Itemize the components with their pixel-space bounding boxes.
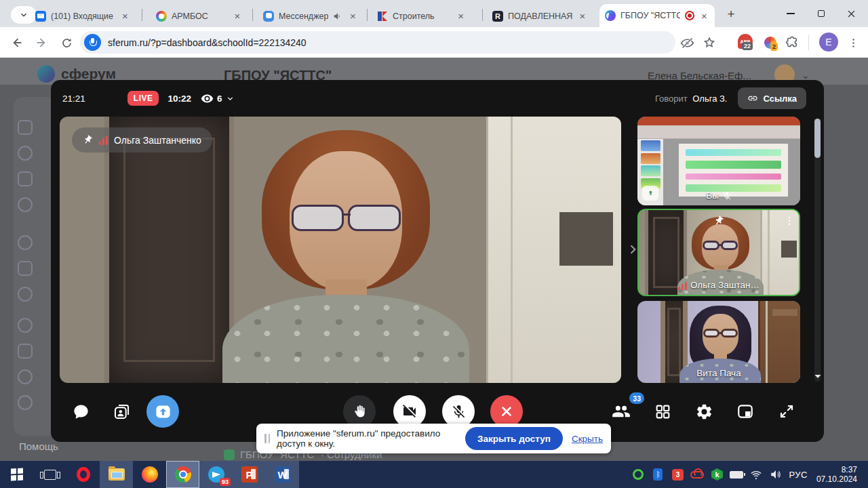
thumbnail-olga-pinned[interactable]: Ольга Заштан… <box>637 209 800 296</box>
drag-handle[interactable] <box>264 434 270 443</box>
sidebar-help-icon[interactable] <box>18 395 33 410</box>
profile-avatar[interactable]: E <box>819 33 838 52</box>
sidebar-video-icon[interactable] <box>18 197 33 212</box>
clock-date: 07.10.2024 <box>814 474 857 484</box>
main-video-tile[interactable]: Ольга Заштанченко <box>60 117 621 383</box>
close-window-button[interactable] <box>836 0 867 27</box>
bookmark-button[interactable] <box>701 35 717 51</box>
tab-close-icon[interactable]: × <box>578 10 587 22</box>
browser-menu-button[interactable] <box>845 35 861 51</box>
tab-sferum-active[interactable]: ГБПОУ "ЯСТТС × <box>599 4 715 27</box>
puzzle-icon <box>785 36 799 49</box>
mic-off-icon <box>722 191 732 201</box>
back-button[interactable] <box>8 35 24 51</box>
taskbar-firefox[interactable] <box>133 461 166 488</box>
viewers-dropdown[interactable]: 6 <box>201 92 235 105</box>
sidebar-person-icon[interactable] <box>18 235 33 250</box>
thumbnail-vita[interactable]: Вита Пача <box>637 301 800 383</box>
site-microphone-icon[interactable] <box>84 34 101 51</box>
tab-close-icon[interactable]: × <box>120 10 130 22</box>
audio-level-icon <box>99 136 108 145</box>
taskbar-chrome[interactable] <box>166 461 199 488</box>
contacts-button[interactable] <box>105 395 138 428</box>
forward-button[interactable] <box>34 35 50 51</box>
armbos-icon <box>156 11 167 22</box>
thumbnail-scrollbar[interactable] <box>814 119 821 158</box>
reload-button[interactable] <box>58 35 75 51</box>
chevron-down-icon <box>226 94 235 103</box>
bluetooth-tray-icon[interactable]: ᛒ <box>651 468 665 481</box>
sidebar-docs-icon[interactable] <box>18 171 33 186</box>
scroll-down-chevron[interactable] <box>812 371 824 381</box>
tab-inbox[interactable]: (101) Входящие - × <box>30 5 136 27</box>
grid-icon <box>654 403 671 420</box>
hide-link[interactable]: Скрыть <box>572 434 603 444</box>
sidebar-grid-icon[interactable] <box>18 120 33 135</box>
wifi-tray-icon[interactable] <box>749 468 763 481</box>
tab-audio-icon <box>333 12 342 21</box>
preview-hidden-button[interactable] <box>679 35 695 51</box>
sidebar-chat3-icon[interactable] <box>18 318 33 333</box>
end-call-button[interactable] <box>490 395 523 428</box>
stop-sharing-button[interactable]: Закрыть доступ <box>465 427 563 450</box>
clock-time: 8:37 <box>814 465 857 474</box>
tab-suppressed[interactable]: R ПОДАВЛЕННАЯ А × <box>487 5 593 27</box>
taskbar-powerpoint[interactable]: P <box>233 461 266 488</box>
settings-button[interactable] <box>688 395 720 428</box>
cloud-tray-icon[interactable] <box>690 468 704 481</box>
language-indicator[interactable]: РУС <box>789 470 808 480</box>
maximize-button[interactable] <box>806 0 836 27</box>
grid-view-button[interactable] <box>646 395 679 428</box>
copy-link-button[interactable]: Ссылка <box>738 87 806 109</box>
adblock-extension-button[interactable]: ABP 22 <box>738 34 753 49</box>
notification-message: Приложение "sferum.ru" предоставило дост… <box>277 428 457 449</box>
task-view-button[interactable] <box>33 461 66 488</box>
sidebar-people-icon[interactable] <box>18 261 33 276</box>
page-user-chevron-icon[interactable]: ⌄ <box>802 70 810 81</box>
start-button[interactable] <box>0 461 33 488</box>
tab-armbos[interactable]: АРМБОС × <box>151 5 250 27</box>
tab-close-icon[interactable]: × <box>232 10 243 22</box>
tab-close-icon[interactable]: × <box>456 10 467 22</box>
new-tab-button[interactable]: + <box>723 6 739 22</box>
participants-button[interactable]: 33 <box>605 395 637 428</box>
sidebar-chat-icon[interactable] <box>18 146 33 161</box>
sidebar-person3-icon[interactable] <box>18 369 33 384</box>
call-top-bar: 21:21 LIVE 10:22 6 Говорит Ольга З. Ссыл… <box>51 80 824 117</box>
taskbar-clock[interactable]: 8:37 07.10.2024 <box>814 465 861 484</box>
reload-icon <box>60 37 73 49</box>
taskbar-explorer[interactable] <box>100 461 133 488</box>
address-bar[interactable]: sferum.ru/?p=dashboard&schoolId=22213424… <box>80 31 675 54</box>
thumbnail-menu-button[interactable] <box>784 216 795 229</box>
taskbar-word[interactable]: W <box>266 461 299 488</box>
kaspersky-tray-icon[interactable]: k <box>710 468 724 481</box>
extensions-menu-button[interactable] <box>784 35 800 51</box>
messages-tray-icon[interactable]: 3 <box>671 468 684 481</box>
chat-button[interactable] <box>64 395 97 428</box>
expand-icon <box>778 403 795 420</box>
pin-icon[interactable] <box>713 216 724 229</box>
help-label[interactable]: Помощь <box>19 441 58 452</box>
taskbar-telegram[interactable]: 93 <box>199 461 233 488</box>
fullscreen-button[interactable] <box>770 395 803 428</box>
tab-close-icon[interactable]: × <box>347 10 358 22</box>
powerpoint-titlebar <box>637 117 800 125</box>
sidebar-chat2-icon[interactable] <box>18 287 33 302</box>
volume-tray-icon[interactable] <box>769 468 783 481</box>
link-icon <box>747 93 758 104</box>
sidebar-person2-icon[interactable] <box>18 344 33 359</box>
camera-off-button[interactable] <box>393 395 426 428</box>
extension-2-button[interactable]: 2 <box>762 35 778 51</box>
sync-tray-icon[interactable] <box>631 468 645 481</box>
taskbar-opera[interactable] <box>66 461 100 488</box>
pip-button[interactable] <box>729 395 762 428</box>
tab-messenger[interactable]: Мессенджер × <box>258 5 365 27</box>
tab-close-icon[interactable]: × <box>699 10 709 22</box>
thumbnail-screen-share[interactable]: Вы <box>637 117 800 205</box>
share-screen-button[interactable] <box>146 395 179 428</box>
mic-off-button[interactable] <box>442 395 475 428</box>
battery-tray-icon[interactable] <box>730 468 743 481</box>
tab-stroitel[interactable]: Строитель × <box>372 5 479 27</box>
raise-hand-button[interactable] <box>343 395 376 428</box>
minimize-button[interactable] <box>775 0 806 27</box>
